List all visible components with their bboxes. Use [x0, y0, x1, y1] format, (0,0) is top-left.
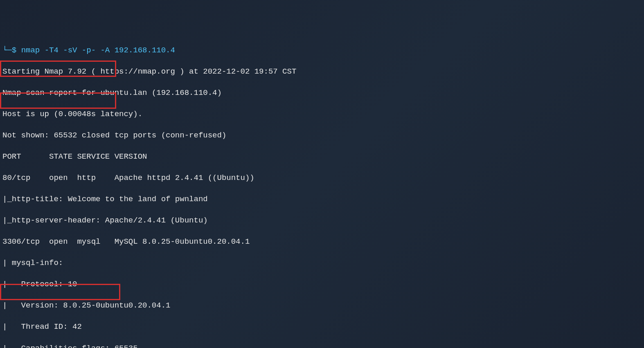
prompt-dollar: $ [12, 46, 21, 55]
command-flags: -T4 -sV -p- -A [45, 46, 110, 55]
port-80-line: 80/tcp open http Apache httpd 2.4.41 ((U… [2, 173, 644, 183]
output-line: Nmap scan report for ubuntu.lan (192.168… [2, 88, 644, 98]
output-line: | Capabilities flags: 65535 [2, 343, 644, 348]
port-3306-line: 3306/tcp open mysql MySQL 8.0.25-0ubuntu… [2, 236, 644, 247]
command-target: 192.168.110.4 [115, 46, 175, 55]
command-line: └─$ nmap -T4 -sV -p- -A 192.168.110.4 [2, 45, 644, 56]
output-line: PORT STATE SERVICE VERSION [2, 151, 644, 162]
output-line: |_http-server-header: Apache/2.4.41 (Ubu… [2, 215, 644, 226]
output-line: | Thread ID: 42 [2, 321, 644, 332]
output-line: Starting Nmap 7.92 ( https://nmap.org ) … [2, 66, 644, 77]
command-name: nmap [21, 46, 40, 55]
prompt-arrow: └─ [2, 46, 12, 55]
output-line: |_http-title: Welcome to the land of pwn… [2, 194, 644, 204]
output-line: | Protocol: 10 [2, 279, 644, 290]
output-line: Host is up (0.00048s latency). [2, 109, 644, 119]
terminal-output: └─$ nmap -T4 -sV -p- -A 192.168.110.4 St… [2, 45, 644, 348]
output-line: Not shown: 65532 closed tcp ports (conn-… [2, 130, 644, 141]
output-line: | Version: 8.0.25-0ubuntu0.20.04.1 [2, 300, 644, 311]
output-line: | mysql-info: [2, 258, 644, 268]
